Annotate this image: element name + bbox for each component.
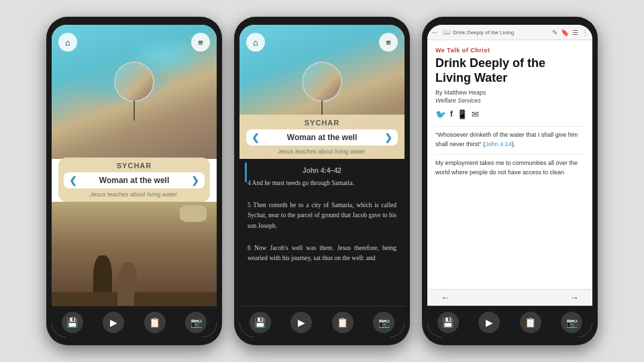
more-icon[interactable]: ⋮ (582, 29, 588, 36)
phone3-camera-icon[interactable]: 📷 (561, 312, 582, 333)
twitter-icon[interactable]: 🐦 (435, 109, 446, 119)
bible-verse-3: 6 Now Jacob's well was there. Jesus ther… (248, 243, 396, 263)
next-arrow[interactable]: ❯ (191, 175, 199, 186)
phone2-map: SYCHAR ❮ Woman at the well ❯ Jesus teach… (239, 25, 405, 159)
phone2-bible-content: John 4:4–42 4 And he must needs go throu… (239, 159, 405, 306)
phone1-location-nav: ❮ Woman at the well ❯ (64, 172, 205, 188)
phone1-top-bar (52, 30, 217, 54)
phone1-map (52, 25, 217, 159)
phone3-play-icon[interactable]: ▶ (478, 312, 500, 333)
list-icon[interactable]: 📋 (144, 312, 166, 333)
facebook-icon[interactable]: f (450, 109, 453, 119)
phone2-top-bar (239, 30, 405, 54)
home-icon[interactable] (58, 33, 77, 52)
browser-url: Drink Deeply of the Living (453, 29, 549, 36)
whatsapp-icon[interactable]: 📱 (457, 109, 468, 119)
edit-icon[interactable]: ✎ (552, 29, 557, 36)
nav-back[interactable]: ← (441, 292, 450, 303)
article-org: Welfare Services (435, 97, 584, 104)
divider (435, 126, 584, 127)
article-body: My employment takes me to communities al… (435, 159, 584, 177)
phone2-play-icon[interactable]: ▶ (290, 312, 312, 333)
phones-container: SYCHAR ❮ Woman at the well ❯ Jesus teach… (0, 0, 644, 362)
photo-figures (52, 202, 217, 306)
back-button[interactable]: ← (431, 28, 439, 36)
bible-reference: John 4:4–42 (248, 167, 396, 174)
phone1-toolbar: 💾 ▶ 📋 📷 (52, 306, 217, 337)
phone2-next-arrow[interactable]: ❯ (384, 132, 392, 143)
phone2-location-name: SYCHAR (246, 119, 398, 127)
phone2-list-icon[interactable]: 📋 (332, 312, 354, 333)
browser-actions: ✎ 🔖 ☰ ⋮ (552, 29, 588, 36)
article-category: We Talk of Christ (435, 47, 584, 54)
phone2-location-nav: ❮ Woman at the well ❯ (246, 129, 398, 145)
phone2-map-marker (302, 62, 342, 102)
email-icon[interactable]: ✉ (472, 109, 479, 119)
menu-icon[interactable] (191, 33, 210, 52)
phone-1-screen: SYCHAR ❮ Woman at the well ❯ Jesus teach… (52, 25, 217, 337)
browser-bar: ← 📖 Drink Deeply of the Living ✎ 🔖 ☰ ⋮ (427, 25, 592, 40)
phone1-location-name: SYCHAR (64, 162, 205, 170)
phone1-nav-title: Woman at the well (99, 176, 169, 185)
phone-2-screen: SYCHAR ❮ Woman at the well ❯ Jesus teach… (239, 25, 405, 337)
map-marker (114, 62, 154, 102)
play-icon[interactable]: ▶ (103, 312, 124, 333)
divider2 (435, 154, 584, 155)
phone-3-screen: ← 📖 Drink Deeply of the Living ✎ 🔖 ☰ ⋮ W… (427, 25, 592, 337)
list2-icon[interactable]: ☰ (572, 29, 578, 36)
article-author: By Matthew Heaps (435, 89, 584, 96)
social-icons: 🐦 f 📱 ✉ (435, 109, 584, 119)
camera-icon[interactable]: 📷 (185, 312, 207, 333)
phone1-photo (52, 202, 217, 306)
bible-verse-1: 4 And he must needs go through Samaria. (248, 178, 396, 188)
bible-link[interactable]: John 4:14 (485, 141, 512, 147)
home-icon-2[interactable] (246, 33, 265, 52)
phone2-toolbar: 💾 ▶ 📋 📷 (239, 306, 405, 337)
phone2-subtitle: Jesus teaches about living water. (246, 148, 398, 155)
phone3-list-icon[interactable]: 📋 (520, 312, 541, 333)
phone2-save-icon[interactable]: 💾 (250, 312, 271, 333)
phone-1: SYCHAR ❮ Woman at the well ❯ Jesus teach… (46, 17, 222, 345)
bookmark-icon[interactable]: 🔖 (561, 29, 569, 36)
phone2-nav-title: Woman at the well (287, 133, 357, 142)
phone-3: ← 📖 Drink Deeply of the Living ✎ 🔖 ☰ ⋮ W… (422, 17, 598, 345)
phone3-save-icon[interactable]: 💾 (437, 312, 459, 333)
article-quote: "Whosoever drinketh of the water that I … (435, 131, 584, 149)
prev-arrow[interactable]: ❮ (69, 175, 77, 186)
phone2-prev-arrow[interactable]: ❮ (252, 132, 260, 143)
save-icon[interactable]: 💾 (62, 312, 83, 333)
bible-verse-2: 5 Then cometh he to a city of Samaria, w… (248, 200, 396, 231)
phone1-location-card: SYCHAR ❮ Woman at the well ❯ Jesus teach… (58, 158, 210, 202)
menu-icon-2[interactable] (379, 33, 398, 52)
phone1-subtitle: Jesus teaches about living water. (64, 191, 205, 198)
nav-forward[interactable]: → (570, 292, 579, 303)
phone-2: SYCHAR ❮ Woman at the well ❯ Jesus teach… (234, 17, 410, 345)
map-pin (133, 101, 135, 121)
phone3-article: We Talk of Christ Drink Deeply of the Li… (427, 40, 592, 289)
book-icon: 📖 (443, 29, 450, 36)
phone3-bottom-nav: ← → (427, 289, 592, 306)
phone3-toolbar: 💾 ▶ 📋 📷 (427, 306, 592, 337)
phone2-camera-icon[interactable]: 📷 (373, 312, 394, 333)
article-title: Drink Deeply of the Living Water (435, 56, 584, 85)
